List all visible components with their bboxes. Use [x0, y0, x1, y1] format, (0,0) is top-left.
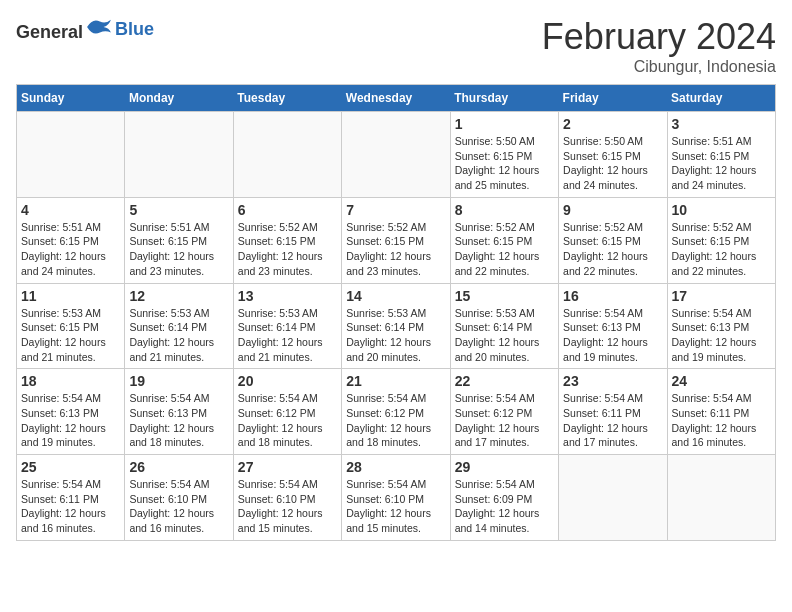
- day-number: 16: [563, 288, 662, 304]
- calendar-cell: 28Sunrise: 5:54 AM Sunset: 6:10 PM Dayli…: [342, 455, 450, 541]
- calendar-cell: 23Sunrise: 5:54 AM Sunset: 6:11 PM Dayli…: [559, 369, 667, 455]
- calendar-cell: 14Sunrise: 5:53 AM Sunset: 6:14 PM Dayli…: [342, 283, 450, 369]
- calendar-cell: 1Sunrise: 5:50 AM Sunset: 6:15 PM Daylig…: [450, 112, 558, 198]
- day-header-saturday: Saturday: [667, 85, 775, 112]
- day-info: Sunrise: 5:54 AM Sunset: 6:10 PM Dayligh…: [238, 477, 337, 536]
- location: Cibungur, Indonesia: [542, 58, 776, 76]
- day-number: 25: [21, 459, 120, 475]
- calendar-cell: 7Sunrise: 5:52 AM Sunset: 6:15 PM Daylig…: [342, 197, 450, 283]
- day-info: Sunrise: 5:52 AM Sunset: 6:15 PM Dayligh…: [563, 220, 662, 279]
- week-row-1: 4Sunrise: 5:51 AM Sunset: 6:15 PM Daylig…: [17, 197, 776, 283]
- day-info: Sunrise: 5:51 AM Sunset: 6:15 PM Dayligh…: [21, 220, 120, 279]
- day-info: Sunrise: 5:54 AM Sunset: 6:13 PM Dayligh…: [563, 306, 662, 365]
- day-number: 2: [563, 116, 662, 132]
- week-row-0: 1Sunrise: 5:50 AM Sunset: 6:15 PM Daylig…: [17, 112, 776, 198]
- calendar-cell: 16Sunrise: 5:54 AM Sunset: 6:13 PM Dayli…: [559, 283, 667, 369]
- calendar-cell: 22Sunrise: 5:54 AM Sunset: 6:12 PM Dayli…: [450, 369, 558, 455]
- logo-general: General: [16, 22, 83, 42]
- day-header-thursday: Thursday: [450, 85, 558, 112]
- day-number: 29: [455, 459, 554, 475]
- day-info: Sunrise: 5:54 AM Sunset: 6:13 PM Dayligh…: [21, 391, 120, 450]
- day-info: Sunrise: 5:53 AM Sunset: 6:15 PM Dayligh…: [21, 306, 120, 365]
- logo: General Blue: [16, 16, 154, 43]
- day-info: Sunrise: 5:52 AM Sunset: 6:15 PM Dayligh…: [672, 220, 771, 279]
- calendar-cell: 19Sunrise: 5:54 AM Sunset: 6:13 PM Dayli…: [125, 369, 233, 455]
- calendar-cell: 17Sunrise: 5:54 AM Sunset: 6:13 PM Dayli…: [667, 283, 775, 369]
- day-number: 5: [129, 202, 228, 218]
- day-number: 4: [21, 202, 120, 218]
- calendar-cell: [233, 112, 341, 198]
- day-number: 28: [346, 459, 445, 475]
- calendar-cell: 5Sunrise: 5:51 AM Sunset: 6:15 PM Daylig…: [125, 197, 233, 283]
- calendar-cell: 9Sunrise: 5:52 AM Sunset: 6:15 PM Daylig…: [559, 197, 667, 283]
- calendar-cell: [125, 112, 233, 198]
- day-info: Sunrise: 5:50 AM Sunset: 6:15 PM Dayligh…: [563, 134, 662, 193]
- day-header-friday: Friday: [559, 85, 667, 112]
- day-header-tuesday: Tuesday: [233, 85, 341, 112]
- day-header-sunday: Sunday: [17, 85, 125, 112]
- day-info: Sunrise: 5:54 AM Sunset: 6:10 PM Dayligh…: [129, 477, 228, 536]
- day-number: 15: [455, 288, 554, 304]
- day-info: Sunrise: 5:54 AM Sunset: 6:12 PM Dayligh…: [238, 391, 337, 450]
- day-number: 18: [21, 373, 120, 389]
- day-number: 22: [455, 373, 554, 389]
- calendar-cell: 10Sunrise: 5:52 AM Sunset: 6:15 PM Dayli…: [667, 197, 775, 283]
- day-number: 3: [672, 116, 771, 132]
- day-number: 17: [672, 288, 771, 304]
- calendar-cell: 3Sunrise: 5:51 AM Sunset: 6:15 PM Daylig…: [667, 112, 775, 198]
- calendar-cell: 20Sunrise: 5:54 AM Sunset: 6:12 PM Dayli…: [233, 369, 341, 455]
- calendar-cell: [559, 455, 667, 541]
- page-header: General Blue February 2024 Cibungur, Ind…: [16, 16, 776, 76]
- day-number: 8: [455, 202, 554, 218]
- calendar-cell: 18Sunrise: 5:54 AM Sunset: 6:13 PM Dayli…: [17, 369, 125, 455]
- week-row-4: 25Sunrise: 5:54 AM Sunset: 6:11 PM Dayli…: [17, 455, 776, 541]
- day-info: Sunrise: 5:54 AM Sunset: 6:12 PM Dayligh…: [455, 391, 554, 450]
- day-number: 23: [563, 373, 662, 389]
- day-info: Sunrise: 5:53 AM Sunset: 6:14 PM Dayligh…: [455, 306, 554, 365]
- day-header-monday: Monday: [125, 85, 233, 112]
- day-number: 24: [672, 373, 771, 389]
- day-number: 20: [238, 373, 337, 389]
- day-info: Sunrise: 5:50 AM Sunset: 6:15 PM Dayligh…: [455, 134, 554, 193]
- calendar-cell: 6Sunrise: 5:52 AM Sunset: 6:15 PM Daylig…: [233, 197, 341, 283]
- day-number: 7: [346, 202, 445, 218]
- calendar-cell: 27Sunrise: 5:54 AM Sunset: 6:10 PM Dayli…: [233, 455, 341, 541]
- day-number: 14: [346, 288, 445, 304]
- day-info: Sunrise: 5:54 AM Sunset: 6:11 PM Dayligh…: [672, 391, 771, 450]
- day-info: Sunrise: 5:52 AM Sunset: 6:15 PM Dayligh…: [238, 220, 337, 279]
- logo-blue: Blue: [115, 19, 154, 40]
- calendar-cell: 8Sunrise: 5:52 AM Sunset: 6:15 PM Daylig…: [450, 197, 558, 283]
- day-info: Sunrise: 5:51 AM Sunset: 6:15 PM Dayligh…: [672, 134, 771, 193]
- calendar-cell: 29Sunrise: 5:54 AM Sunset: 6:09 PM Dayli…: [450, 455, 558, 541]
- calendar-cell: 4Sunrise: 5:51 AM Sunset: 6:15 PM Daylig…: [17, 197, 125, 283]
- day-info: Sunrise: 5:54 AM Sunset: 6:09 PM Dayligh…: [455, 477, 554, 536]
- calendar-cell: 13Sunrise: 5:53 AM Sunset: 6:14 PM Dayli…: [233, 283, 341, 369]
- day-info: Sunrise: 5:53 AM Sunset: 6:14 PM Dayligh…: [129, 306, 228, 365]
- logo-bird-icon: [85, 16, 113, 38]
- calendar-cell: 25Sunrise: 5:54 AM Sunset: 6:11 PM Dayli…: [17, 455, 125, 541]
- day-number: 27: [238, 459, 337, 475]
- calendar-cell: [17, 112, 125, 198]
- day-number: 13: [238, 288, 337, 304]
- day-info: Sunrise: 5:54 AM Sunset: 6:12 PM Dayligh…: [346, 391, 445, 450]
- calendar-cell: 15Sunrise: 5:53 AM Sunset: 6:14 PM Dayli…: [450, 283, 558, 369]
- calendar-table: SundayMondayTuesdayWednesdayThursdayFrid…: [16, 84, 776, 541]
- day-info: Sunrise: 5:52 AM Sunset: 6:15 PM Dayligh…: [455, 220, 554, 279]
- calendar-cell: 24Sunrise: 5:54 AM Sunset: 6:11 PM Dayli…: [667, 369, 775, 455]
- day-info: Sunrise: 5:54 AM Sunset: 6:13 PM Dayligh…: [672, 306, 771, 365]
- day-number: 9: [563, 202, 662, 218]
- title-block: February 2024 Cibungur, Indonesia: [542, 16, 776, 76]
- day-number: 26: [129, 459, 228, 475]
- day-number: 12: [129, 288, 228, 304]
- calendar-cell: 21Sunrise: 5:54 AM Sunset: 6:12 PM Dayli…: [342, 369, 450, 455]
- calendar-cell: 12Sunrise: 5:53 AM Sunset: 6:14 PM Dayli…: [125, 283, 233, 369]
- day-info: Sunrise: 5:54 AM Sunset: 6:10 PM Dayligh…: [346, 477, 445, 536]
- week-row-3: 18Sunrise: 5:54 AM Sunset: 6:13 PM Dayli…: [17, 369, 776, 455]
- month-title: February 2024: [542, 16, 776, 58]
- day-number: 19: [129, 373, 228, 389]
- calendar-cell: 11Sunrise: 5:53 AM Sunset: 6:15 PM Dayli…: [17, 283, 125, 369]
- day-info: Sunrise: 5:54 AM Sunset: 6:11 PM Dayligh…: [21, 477, 120, 536]
- day-header-row: SundayMondayTuesdayWednesdayThursdayFrid…: [17, 85, 776, 112]
- calendar-cell: 26Sunrise: 5:54 AM Sunset: 6:10 PM Dayli…: [125, 455, 233, 541]
- calendar-cell: [342, 112, 450, 198]
